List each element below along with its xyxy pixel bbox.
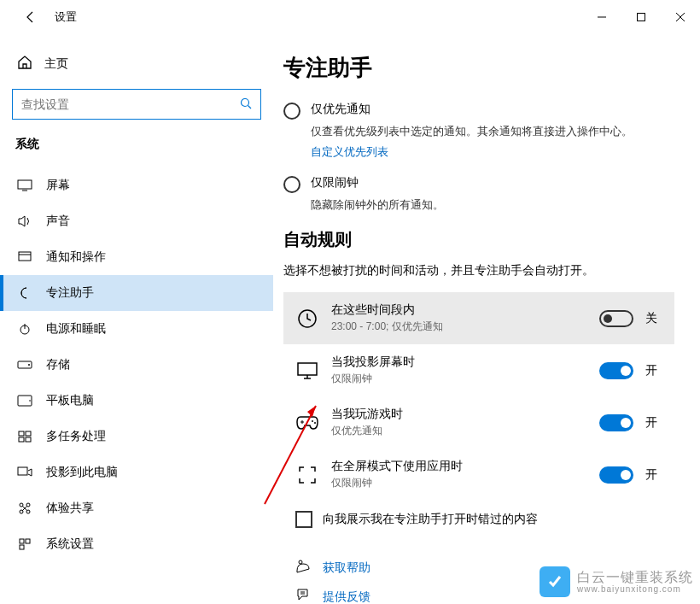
rule-fullscreen[interactable]: 在全屏模式下使用应用时仅限闹钟 开 [283, 449, 674, 501]
focus-icon [17, 285, 32, 301]
sidebar-item-display[interactable]: 屏幕 [0, 167, 273, 203]
page-title: 专注助手 [283, 53, 674, 83]
show-missed-checkbox-row[interactable]: 向我展示我在专注助手打开时错过的内容 [283, 501, 674, 538]
svg-rect-17 [26, 437, 31, 442]
sidebar-item-project[interactable]: 投影到此电脑 [0, 454, 273, 490]
svg-rect-4 [18, 180, 32, 189]
settings-icon [17, 537, 32, 552]
svg-point-34 [299, 560, 302, 564]
maximize-button[interactable] [621, 0, 661, 34]
rule-gaming[interactable]: 当我玩游戏时仅优先通知 开 [283, 396, 674, 449]
monitor-icon [295, 359, 319, 383]
section-label: 系统 [12, 137, 273, 152]
radio-priority-circle[interactable] [283, 103, 300, 120]
fullscreen-icon [295, 463, 319, 487]
sidebar-item-system-settings[interactable]: 系统设置 [0, 526, 273, 562]
radio-alarms-circle[interactable] [283, 176, 300, 193]
search-input-box[interactable] [12, 89, 261, 120]
multitask-icon [17, 429, 32, 444]
svg-point-30 [312, 420, 313, 422]
close-button[interactable] [661, 0, 700, 34]
home-label: 主页 [44, 56, 68, 72]
rule-time-toggle[interactable] [599, 310, 633, 327]
rule-gaming-toggle[interactable] [599, 414, 633, 431]
svg-rect-14 [19, 431, 24, 436]
svg-point-2 [242, 98, 249, 106]
project-icon [17, 465, 32, 480]
sidebar-item-shared[interactable]: 体验共享 [0, 490, 273, 526]
rule-time-range[interactable]: 在这些时间段内23:00 - 7:00; 仅优先通知 关 [283, 292, 674, 344]
radio-alarms-desc: 隐藏除闹钟外的所有通知。 [311, 196, 674, 214]
radio-priority[interactable]: 仅优先通知 [283, 102, 674, 120]
sidebar-item-power[interactable]: 电源和睡眠 [0, 311, 273, 347]
svg-rect-25 [20, 545, 24, 549]
power-icon [17, 321, 32, 337]
search-input[interactable] [21, 97, 240, 111]
sidebar-item-sound[interactable]: 声音 [0, 203, 273, 239]
show-missed-checkbox[interactable] [295, 511, 312, 528]
customize-priority-link[interactable]: 自定义优先列表 [311, 144, 388, 160]
svg-rect-16 [19, 437, 24, 442]
svg-rect-27 [298, 363, 317, 375]
tablet-icon [17, 393, 32, 408]
minimize-button[interactable] [582, 0, 621, 34]
app-title: 设置 [55, 9, 77, 25]
watermark: 白云一键重装系统 www.baiyunxitong.com [540, 566, 693, 597]
svg-rect-15 [26, 431, 31, 436]
svg-point-11 [28, 364, 30, 366]
svg-point-13 [29, 400, 31, 402]
storage-icon [17, 357, 32, 372]
search-icon [240, 97, 252, 112]
clock-icon [295, 307, 319, 331]
home-link[interactable]: 主页 [12, 46, 273, 82]
sidebar-item-notifications[interactable]: 通知和操作 [0, 239, 273, 275]
help-icon [295, 559, 311, 578]
svg-rect-18 [18, 467, 27, 475]
svg-rect-23 [20, 539, 24, 543]
sound-icon [17, 214, 32, 229]
svg-rect-6 [19, 252, 31, 261]
auto-rules-desc: 选择不想被打扰的时间和活动，并且专注助手会自动打开。 [283, 263, 674, 279]
display-icon [17, 178, 32, 193]
rule-fullscreen-toggle[interactable] [599, 466, 633, 484]
svg-line-3 [248, 105, 252, 108]
svg-rect-24 [26, 539, 30, 543]
sidebar-item-tablet[interactable]: 平板电脑 [0, 383, 273, 419]
gamepad-icon [295, 411, 319, 435]
auto-rules-title: 自动规则 [283, 228, 674, 251]
shared-icon [17, 501, 32, 516]
rule-projecting[interactable]: 当我投影屏幕时仅限闹钟 开 [283, 344, 674, 396]
back-button[interactable] [17, 3, 44, 31]
rule-projecting-toggle[interactable] [599, 362, 633, 379]
svg-rect-1 [638, 14, 645, 21]
sidebar-item-multitask[interactable]: 多任务处理 [0, 419, 273, 454]
watermark-icon [540, 566, 570, 597]
sidebar-item-focus[interactable]: 专注助手 [0, 275, 273, 311]
radio-alarms[interactable]: 仅限闹钟 [283, 175, 674, 193]
notifications-icon [17, 249, 32, 265]
home-icon [17, 55, 32, 73]
svg-point-31 [314, 422, 316, 424]
feedback-icon [295, 588, 311, 604]
sidebar-item-storage[interactable]: 存储 [0, 347, 273, 383]
radio-priority-desc: 仅查看优先级列表中选定的通知。其余通知将直接进入操作中心。 [311, 123, 674, 140]
